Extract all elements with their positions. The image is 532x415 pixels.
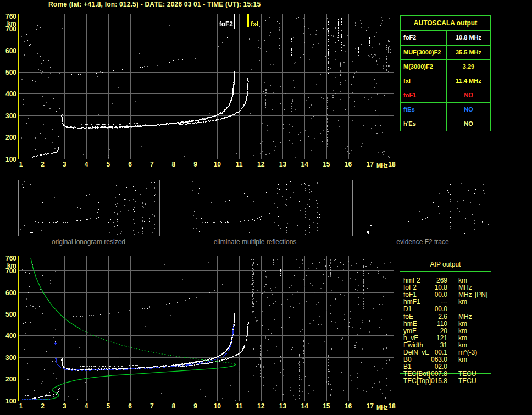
aip-param-label: B0 [403, 356, 412, 363]
autoscala-row-m3000f2: M(3000)F23.29 [401, 59, 490, 74]
x-tick-2mhz: 2 [35, 161, 51, 168]
autoscala-row-fxi: fxI11.4 MHz [401, 74, 490, 88]
autoscala-row-muf3000f2: MUF(3000)F235.5 MHz [401, 45, 490, 59]
aip-param-value: 2.6 [415, 313, 447, 320]
autoscala-param-label: M(3000)F2 [401, 60, 447, 74]
aip-param-value: 110 [415, 320, 447, 328]
aip-param-unit: km [458, 320, 467, 328]
aip-param-label: D1 [403, 306, 412, 313]
aip-row-b1: B102.0 [400, 363, 491, 370]
x-tick-16mhz: 16 [340, 161, 357, 168]
aip-param-unit: km [458, 328, 467, 335]
y-axis-unit-km: km [0, 20, 16, 27]
x-tick-14mhz: 14 [296, 403, 313, 410]
thumbnail-evidence-canvas [353, 180, 492, 235]
thumbnail-original-canvas [19, 180, 158, 235]
autoscala-param-value: NO [447, 88, 490, 102]
autoscala-param-value: 11.4 MHz [447, 74, 490, 88]
y-tick-600km: 600 [0, 48, 16, 54]
x-tick-10mhz: 10 [209, 161, 225, 168]
aip-param-value: --- [415, 298, 447, 306]
aip-param-label: foF2 [403, 284, 417, 291]
aip-param-unit: km [458, 277, 467, 284]
autoscala-param-value: 3.29 [447, 60, 490, 74]
x-tick-7mhz: 7 [143, 161, 160, 168]
thumbnail-caption-original: original ionogram resized [18, 238, 159, 246]
aip-param-label: foE [403, 313, 413, 320]
aip-row-b0: B0063.0km [400, 356, 491, 363]
autoscala-param-label: h'Es [401, 117, 447, 131]
x-axis-unit-mhz: MHz [376, 163, 388, 169]
y-tick-400km: 400 [0, 333, 16, 339]
aip-row-foe: foE2.6MHz [400, 313, 491, 320]
y-tick-500km: 500 [0, 69, 16, 76]
aip-param-label: ymE [403, 328, 417, 335]
x-tick-5mhz: 5 [100, 161, 117, 168]
y-tick-200km: 200 [0, 134, 16, 141]
y-tick-600km: 600 [0, 290, 16, 296]
aip-row-fof2: foF210.8MHz [400, 284, 491, 291]
aip-param-value: 00.0 [415, 291, 447, 298]
aip-row-tecbot: TEC[Bot]007.8TECU [400, 370, 491, 378]
aip-output-table: AIP output hmF2269kmfoF210.8MHzfoF100.0M… [400, 257, 491, 374]
aip-param-value: 10.8 [415, 284, 447, 291]
x-tick-13mhz: 13 [274, 161, 291, 168]
x-tick-4mhz: 4 [78, 161, 95, 168]
autoscala-row-ftes: ftEsNO [401, 102, 490, 117]
aip-table-header: AIP output [400, 257, 491, 272]
aip-param-value: 121 [415, 335, 447, 342]
aip-row-d1: D100.0 [400, 306, 491, 313]
aip-param-unit: MHz [458, 284, 472, 291]
x-tick-8mhz: 8 [165, 161, 182, 168]
x-tick-4mhz: 4 [78, 403, 95, 410]
y-tick-100km: 100 [0, 156, 16, 163]
x-tick-8mhz: 8 [165, 403, 182, 410]
x-tick-13mhz: 13 [274, 403, 291, 410]
autoscala-row-fof1: foF1NO [401, 88, 490, 102]
x-tick-10mhz: 10 [209, 403, 225, 410]
page-title: Rome (lat: +41.8, lon: 012.5) - DATE: 20… [48, 1, 261, 8]
top-ionogram-canvas [18, 14, 394, 159]
autoscala-param-value: 10.8 MHz [447, 31, 490, 45]
aip-param-value: 00.1 [415, 349, 447, 356]
x-tick-17mhz: 17 [362, 161, 378, 168]
aip-row-yme: ymE20km [400, 328, 491, 335]
y-axis-unit-km: km [0, 262, 16, 269]
x-tick-2mhz: 2 [35, 403, 51, 410]
aip-row-ewidth: Ewidth31km [400, 342, 491, 349]
autoscala-table-header: AUTOSCALA output [401, 16, 490, 31]
x-tick-9mhz: 9 [187, 403, 204, 410]
y-tick-760km: 760 [0, 13, 16, 20]
x-tick-12mhz: 12 [253, 403, 269, 410]
aip-row-hmf2: hmF2269km [400, 277, 491, 284]
aip-row-hme: hmE110km [400, 320, 491, 328]
x-tick-6mhz: 6 [122, 161, 138, 168]
autoscala-param-value: 35.5 MHz [447, 46, 490, 59]
autoscala-param-label: foF2 [401, 31, 447, 45]
aip-param-unit: MHz [458, 313, 472, 320]
x-tick-14mhz: 14 [296, 161, 313, 168]
aip-param-value: 02.0 [415, 363, 447, 370]
x-tick-15mhz: 15 [318, 403, 335, 410]
x-tick-5mhz: 5 [100, 403, 117, 410]
x-tick-16mhz: 16 [340, 403, 357, 410]
aip-param-value: 007.8 [415, 370, 447, 378]
autoscala-param-label: fxI [401, 74, 447, 88]
aip-row-delnve: DelN_vE00.1m^(-3) [400, 349, 491, 356]
autoscala-param-value: NO [447, 103, 490, 117]
x-tick-7mhz: 7 [143, 403, 160, 410]
x-tick-9mhz: 9 [187, 161, 204, 168]
y-tick-760km: 760 [0, 255, 16, 262]
aip-param-value: 20 [415, 328, 447, 335]
autoscala-output-table: AUTOSCALA output foF210.8 MHzMUF(3000)F2… [400, 15, 491, 131]
x-axis-unit-mhz: MHz [376, 405, 388, 411]
x-tick-3mhz: 3 [56, 161, 73, 168]
x-tick-17mhz: 17 [362, 403, 378, 410]
aip-param-unit: m^(-3) [458, 349, 477, 356]
aip-param-label: B1 [403, 363, 412, 370]
aip-param-unit: TECU [458, 378, 476, 385]
aip-param-flag: [PN] [475, 291, 487, 298]
thumbnail-evidence-f2 [352, 180, 494, 236]
thumbnail-eliminate-reflections [185, 180, 326, 236]
autoscala-param-label: foF1 [401, 88, 447, 102]
